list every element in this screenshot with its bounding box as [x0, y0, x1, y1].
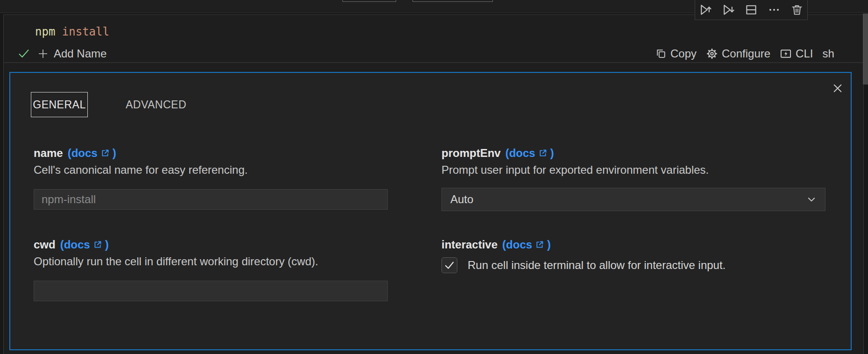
partial-button-above[interactable]	[413, 0, 493, 2]
copy-icon	[655, 48, 667, 59]
field-interactive-header: interactive (docs )	[441, 237, 551, 252]
delete-cell-icon[interactable]	[790, 3, 804, 16]
docs-link-name[interactable]: (docs )	[68, 147, 116, 160]
notebook-cell: npm install Add Name Copy	[3, 14, 864, 354]
external-link-icon	[100, 149, 110, 158]
success-check-icon	[17, 47, 30, 60]
external-link-icon	[93, 240, 102, 249]
partial-button-above[interactable]	[342, 0, 396, 2]
field-name-description: Cell's canonical name for easy referenci…	[34, 163, 248, 177]
field-interactive-label: interactive	[441, 238, 498, 251]
docs-link-promptenv[interactable]: (docs )	[505, 147, 554, 160]
add-name-label: Add Name	[54, 47, 107, 60]
field-promptenv-header: promptEnv (docs )	[441, 146, 554, 161]
split-cell-icon[interactable]	[745, 3, 758, 16]
field-name-header: name (docs )	[34, 146, 116, 161]
more-actions-icon[interactable]	[768, 3, 781, 16]
cell-divider	[4, 62, 864, 63]
interactive-checkbox-label: Run cell inside terminal to allow for in…	[468, 259, 726, 272]
promptenv-selected-value: Auto	[450, 193, 473, 206]
external-link-icon	[538, 149, 548, 158]
copy-label: Copy	[670, 47, 697, 60]
field-cwd-label: cwd	[34, 238, 56, 251]
cli-button[interactable]: CLI	[780, 47, 813, 60]
runme-notebook-app: npm install Add Name Copy	[0, 0, 868, 354]
tab-advanced[interactable]: ADVANCED	[117, 92, 195, 117]
close-icon[interactable]	[829, 79, 847, 97]
cli-label: CLI	[796, 47, 813, 60]
cell-status-row: Add Name	[17, 45, 107, 63]
code-token-command: npm	[35, 25, 62, 38]
copy-button[interactable]: Copy	[655, 47, 697, 60]
chevron-down-icon	[806, 194, 817, 205]
field-promptenv-label: promptEnv	[441, 147, 501, 160]
add-name-button[interactable]: Add Name	[37, 47, 107, 60]
run-cell-and-below-icon[interactable]	[722, 3, 735, 16]
interactive-checkbox[interactable]	[441, 257, 457, 273]
name-input[interactable]	[34, 189, 388, 210]
field-cwd-description: Optionally run the cell in different wor…	[34, 255, 318, 268]
cell-code-editor[interactable]: npm install	[35, 24, 109, 40]
checkmark-icon	[443, 259, 455, 271]
gear-icon	[706, 48, 718, 60]
cwd-input[interactable]	[34, 281, 388, 301]
docs-link-cwd[interactable]: (docs )	[60, 238, 109, 251]
field-name-label: name	[34, 147, 63, 160]
run-cell-and-above-icon[interactable]	[699, 3, 712, 16]
promptenv-select[interactable]: Auto	[441, 188, 825, 211]
external-link-icon	[535, 240, 544, 249]
configure-label: Configure	[722, 47, 770, 60]
docs-link-interactive[interactable]: (docs )	[502, 238, 551, 251]
configure-button[interactable]: Configure	[706, 47, 770, 60]
cell-toolbar	[695, 0, 808, 20]
cli-icon	[780, 48, 792, 60]
code-token-argument: install	[62, 25, 109, 38]
tab-general[interactable]: GENERAL	[31, 92, 88, 117]
cell-configuration-dialog: GENERAL ADVANCED name (docs ) Cell's can…	[9, 72, 852, 350]
field-cwd-header: cwd (docs )	[34, 237, 109, 252]
language-picker[interactable]: sh	[822, 47, 834, 60]
cell-actions-row: Copy Configure CLI	[655, 45, 834, 63]
field-promptenv-description: Prompt user input for exported environme…	[441, 163, 709, 177]
interactive-checkbox-row: Run cell inside terminal to allow for in…	[441, 256, 726, 275]
plus-icon	[37, 48, 49, 60]
scrollbar[interactable]	[863, 14, 868, 85]
